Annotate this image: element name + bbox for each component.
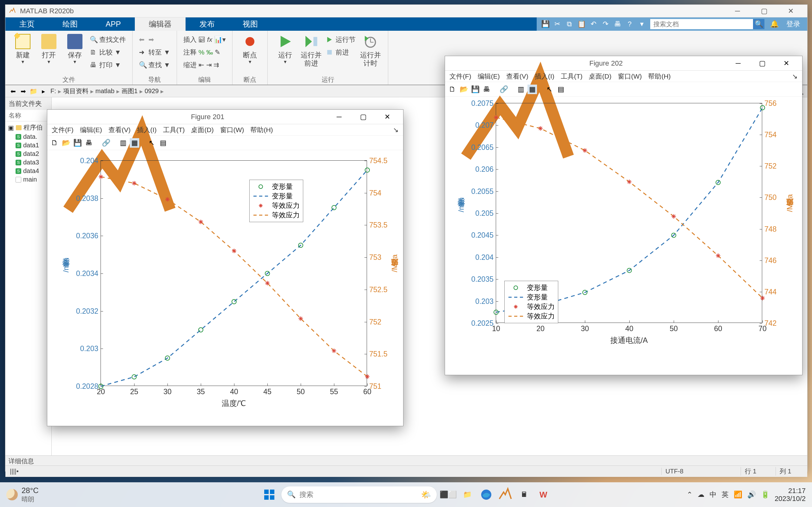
fig-minimize[interactable]: ─ [327,110,351,124]
menu-tools[interactable]: 工具(T) [160,125,188,134]
menu-window[interactable]: 窗口(W) [217,125,247,134]
run-time-button[interactable]: 运行并计时 [357,32,384,68]
menu-dock-icon[interactable]: ↘ [391,126,401,134]
undo-icon[interactable]: ↶ [588,18,600,30]
file-node[interactable]: Sdata1 [5,141,51,150]
fig-close[interactable]: ✕ [375,110,399,124]
menu-desktop[interactable]: 桌面(D) [189,125,216,134]
figure-menubar[interactable]: 文件(F) 编辑(E) 查看(V) 插入(I) 工具(T) 桌面(D) 窗口(W… [47,124,403,135]
save-button[interactable]: 保存▼ [62,32,88,65]
fig-maximize[interactable]: ▢ [750,56,774,70]
tab-plots[interactable]: 绘图 [49,17,92,31]
comment-row[interactable]: 注释 % ‰ ✎ [182,46,228,59]
menu-tools[interactable]: 工具(T) [558,72,585,81]
menu-insert[interactable]: 插入(I) [135,125,159,134]
redo-icon[interactable]: ↷ [600,18,612,30]
link-icon[interactable]: 🔗 [101,138,111,148]
ime-lang1[interactable]: 中 [710,490,716,499]
crumb-drive[interactable]: F: [49,88,58,95]
save-icon[interactable]: 💾 [539,18,551,30]
tab-apps[interactable]: APP [92,17,135,31]
matlab-app-icon[interactable] [498,487,513,502]
tile-icon[interactable]: ▦ [130,138,139,148]
search-icon[interactable]: 🔍 [753,19,764,29]
explorer-icon[interactable]: 📁 [460,487,475,502]
menu-dock-icon[interactable]: ↘ [790,72,800,80]
system-tray[interactable]: ⌃ ☁ 中 英 📶 🔊 🔋 21:17 2023/10/2 [687,487,806,503]
insertcolbar-icon[interactable]: ▤ [556,84,565,94]
fig-minimize[interactable]: ─ [726,56,750,70]
save-fig-icon[interactable]: 💾 [72,138,82,148]
calc-icon[interactable]: 🖩 [517,487,532,502]
insertcolbar-icon[interactable]: ▤ [158,138,168,148]
figure-201-window[interactable]: Figure 201 ─ ▢ ✕ 文件(F) 编辑(E) 查看(V) 插入(I)… [47,109,403,426]
back-icon[interactable]: ⬅ [9,87,17,96]
tab-view[interactable]: 视图 [229,17,272,31]
fig-close[interactable]: ✕ [774,56,798,70]
menu-file[interactable]: 文件(F) [447,72,474,81]
browse-icon[interactable]: ▸ [39,87,48,96]
compare-button[interactable]: 🗎比较 ▼ [88,46,128,59]
figure-menubar[interactable]: 文件(F) 编辑(E) 查看(V) 插入(I) 工具(T) 桌面(D) 窗口(W… [445,71,802,82]
taskbar-search-input[interactable] [299,491,417,499]
weather-widget[interactable]: 28°C晴朗 [6,486,39,504]
advance-button[interactable]: 前进 [324,46,357,59]
menu-view[interactable]: 查看(V) [106,125,133,134]
menu-edit[interactable]: 编辑(E) [78,125,105,134]
tab-publish[interactable]: 发布 [186,17,229,31]
menu-file[interactable]: 文件(F) [49,125,76,134]
menu-insert[interactable]: 插入(I) [532,72,557,81]
crumb-2[interactable]: 画图1 [119,87,140,95]
crumb-1[interactable]: matlab [94,88,116,95]
indent-row[interactable]: 缩进 ⇤ ⇥ ⇉ [182,59,228,71]
find-button[interactable]: 🔍查找 ▼ [137,59,172,71]
crumb-3[interactable]: 0929 [143,88,161,95]
menu-help[interactable]: 帮助(H) [646,72,673,81]
up-icon[interactable]: 📁 [29,87,38,96]
figure-202-window[interactable]: Figure 202 ─ ▢ ✕ 文件(F) 编辑(E) 查看(V) 插入(I)… [445,56,803,375]
wps-icon[interactable]: W [536,487,551,502]
cut-icon[interactable]: ✂ [551,18,563,30]
resources-icon[interactable]: ▾ [636,18,648,30]
dock-icon[interactable]: ▥ [516,84,525,94]
print-fig-icon[interactable]: 🖶 [482,84,491,94]
print-icon[interactable]: 🖶 [612,18,623,30]
chevron-up-icon[interactable]: ⌃ [687,491,693,499]
print-button[interactable]: 🖶打印 ▼ [88,59,128,71]
crumb-0[interactable]: 项目资料 [61,87,90,95]
new-fig-icon[interactable]: 🗋 [50,138,59,148]
close-button[interactable]: ✕ [777,5,804,17]
wifi-icon[interactable]: 📶 [734,491,742,499]
print-fig-icon[interactable]: 🖶 [84,138,94,148]
run-section-button[interactable]: 运行节 [324,33,357,46]
tile-icon[interactable]: ▦ [527,84,537,94]
insert-row[interactable]: 插入 🗟 fx 📊▾ [182,33,228,46]
menu-view[interactable]: 查看(V) [504,72,531,81]
paste-icon[interactable]: 📋 [575,18,588,30]
link-icon[interactable]: 🔗 [499,84,508,94]
col-name[interactable]: 名称 [5,110,51,121]
fig-maximize[interactable]: ▢ [351,110,375,124]
maximize-button[interactable]: ▢ [751,5,777,17]
dock-icon[interactable]: ▥ [118,138,128,148]
run-advance-button[interactable]: 运行并前进 [298,32,324,68]
search-input[interactable] [650,20,753,28]
details-panel[interactable]: 详细信息 [5,455,807,465]
menu-desktop[interactable]: 桌面(D) [586,72,614,81]
battery-icon[interactable]: 🔋 [761,491,769,499]
new-button[interactable]: 新建▼ [10,32,36,65]
file-node[interactable]: main [5,175,51,184]
tab-home[interactable]: 主页 [5,17,49,31]
run-button[interactable]: 运行▼ [272,32,298,65]
notification-icon[interactable]: 🔔 [770,20,779,28]
edge-icon[interactable] [478,487,494,502]
save-fig-icon[interactable]: 💾 [470,84,480,94]
fwd-icon[interactable]: ➡ [19,87,28,96]
breakpoint-button[interactable]: 断点▼ [237,32,263,65]
minimize-button[interactable]: ─ [724,5,751,17]
login-link[interactable]: 登录 [786,19,800,29]
help-icon[interactable]: ? [623,18,636,30]
file-node[interactable]: Sdata2 [5,150,51,158]
new-fig-icon[interactable]: 🗋 [448,84,457,94]
menu-help[interactable]: 帮助(H) [248,125,275,134]
